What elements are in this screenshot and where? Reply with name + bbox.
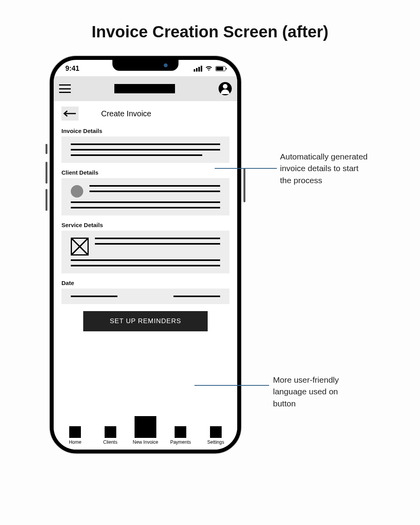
nav-payments[interactable]: Payments xyxy=(167,426,194,445)
cellular-icon xyxy=(194,66,202,72)
placeholder-lines xyxy=(71,201,220,208)
app-logo-placeholder xyxy=(114,84,175,93)
image-placeholder-icon xyxy=(71,238,89,256)
date-to-placeholder xyxy=(173,296,220,297)
service-details-card[interactable] xyxy=(61,231,229,273)
phone-mute-switch xyxy=(46,144,47,154)
battery-icon xyxy=(215,66,226,71)
nav-label: Payments xyxy=(170,439,191,445)
back-button[interactable] xyxy=(61,107,79,121)
screen-title: Create Invoice xyxy=(101,109,151,118)
phone-frame: 9:41 Create Invoice I xyxy=(50,56,241,453)
setup-reminders-button[interactable]: SET UP REMINDERS xyxy=(83,311,208,331)
nav-label: New Invoice xyxy=(133,439,158,445)
service-details-label: Service Details xyxy=(61,222,229,228)
nav-settings[interactable]: Settings xyxy=(202,426,229,445)
clients-icon xyxy=(105,426,116,438)
phone-power-button xyxy=(243,168,245,202)
nav-home[interactable]: Home xyxy=(61,426,89,445)
invoice-details-card[interactable] xyxy=(61,136,229,163)
page-title: Invoice Creation Screen (after) xyxy=(0,23,420,41)
annotation-leader-line xyxy=(215,168,277,169)
new-invoice-icon xyxy=(135,416,156,438)
arrow-left-icon xyxy=(63,110,77,117)
placeholder-lines xyxy=(71,144,220,156)
annotation-cta-button: More user-friendly language used on butt… xyxy=(273,374,362,410)
screen-content: Create Invoice Invoice Details Client De… xyxy=(54,101,237,412)
annotation-leader-line xyxy=(194,385,269,386)
placeholder-lines xyxy=(71,259,220,266)
phone-volume-up xyxy=(46,162,47,184)
bottom-nav: Home Clients New Invoice Payments Settin… xyxy=(54,412,237,450)
nav-new-invoice[interactable]: New Invoice xyxy=(132,416,159,445)
status-bar: 9:41 xyxy=(54,63,237,74)
nav-label: Home xyxy=(69,439,81,445)
app-bar xyxy=(54,76,237,101)
date-card[interactable] xyxy=(61,289,229,304)
client-avatar-icon xyxy=(71,185,83,198)
status-time: 9:41 xyxy=(65,65,79,73)
nav-clients[interactable]: Clients xyxy=(97,426,124,445)
menu-icon[interactable] xyxy=(59,84,71,93)
payments-icon xyxy=(175,426,186,438)
date-from-placeholder xyxy=(71,296,117,297)
invoice-details-label: Invoice Details xyxy=(61,128,229,134)
annotation-invoice-details: Automatically generated invoice details … xyxy=(280,151,369,186)
client-details-label: Client Details xyxy=(61,169,229,176)
placeholder-lines xyxy=(95,238,220,245)
nav-label: Settings xyxy=(207,439,224,445)
profile-icon[interactable] xyxy=(219,82,232,95)
nav-label: Clients xyxy=(103,439,117,445)
date-label: Date xyxy=(61,280,229,286)
placeholder-lines xyxy=(89,185,220,192)
settings-icon xyxy=(210,426,222,438)
home-icon xyxy=(69,426,81,438)
client-details-card[interactable] xyxy=(61,178,229,215)
wifi-icon xyxy=(205,66,212,71)
phone-volume-down xyxy=(46,189,47,211)
